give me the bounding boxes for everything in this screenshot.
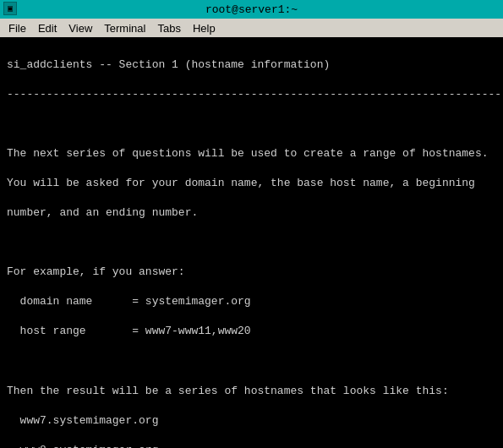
line-13: www7.systemimager.org [7,413,496,429]
line-10: host range = www7-www11,www20 [7,324,496,339]
line-5: You will be asked for your domain name, … [7,176,496,191]
menu-bar: File Edit View Terminal Tabs Help [0,19,503,37]
line-6: number, and an ending number. [7,205,496,221]
title-bar: ▣ root@server1:~ [0,0,503,19]
menu-file[interactable]: File [3,20,31,36]
menu-view[interactable]: View [63,20,97,36]
terminal-body: si_addclients -- Section 1 (hostname inf… [0,37,503,448]
line-14: www8.systemimager.org [7,443,496,448]
menu-edit[interactable]: Edit [33,20,62,36]
line-8: For example, if you answer: [7,265,496,280]
menu-help[interactable]: Help [188,20,221,36]
line-2: ----------------------------------------… [7,87,496,102]
line-9: domain name = systemimager.org [7,294,496,309]
line-12: Then the result will be a series of host… [7,384,496,399]
line-4: The next series of questions will be use… [7,146,496,161]
line-1: si_addclients -- Section 1 (hostname inf… [7,57,496,73]
line-7 [7,235,496,250]
line-11 [7,353,496,369]
menu-tabs[interactable]: Tabs [152,20,185,36]
line-3 [7,117,496,132]
title-bar-title: root@server1:~ [205,3,298,16]
title-bar-icon: ▣ [3,2,17,15]
menu-terminal[interactable]: Terminal [99,20,150,36]
